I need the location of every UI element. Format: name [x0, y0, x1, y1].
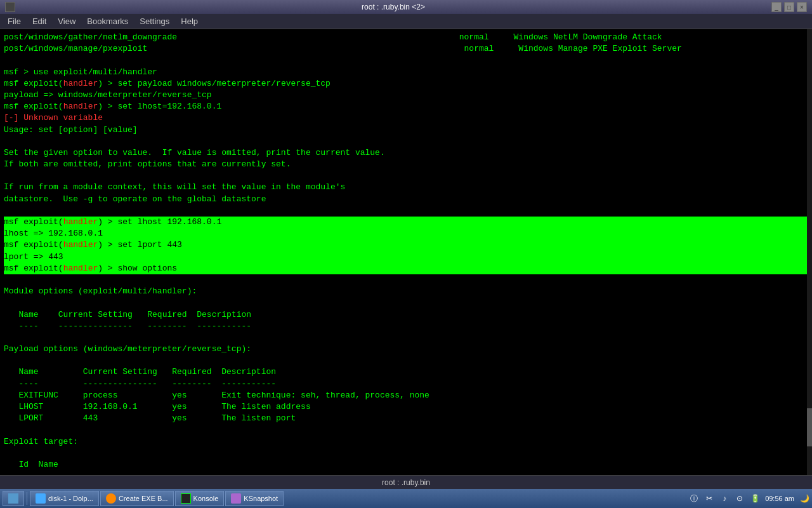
menubar: File Edit View Bookmarks Settings Help: [0, 14, 812, 29]
taskbar-separator: [27, 492, 27, 505]
terminal-app-icon: [5, 2, 15, 12]
statusbar: root : .ruby.bin: [0, 475, 812, 489]
tray-scissors-icon: ✂: [704, 493, 714, 504]
terminal-line: payload => windows/meterpreter/reverse_t…: [4, 90, 808, 101]
titlebar-left: [5, 2, 15, 12]
terminal-line-error: [-] Unknown variable: [4, 112, 808, 124]
tray-info-icon: ⓘ: [689, 493, 699, 504]
titlebar: root : .ruby.bin <2> _ □ ×: [0, 0, 812, 14]
tray-network-icon: ⊙: [735, 493, 745, 504]
terminal-line: EXITFUNC process yes Exit technique: seh…: [4, 390, 808, 401]
terminal-line: post/windows/manage/pxexploit normal Win…: [4, 43, 808, 55]
terminal-line: LHOST 192.168.0.1 yes The listen address: [4, 401, 808, 413]
menu-edit[interactable]: Edit: [27, 15, 51, 27]
taskbar-konsole-label: Konsole: [193, 495, 219, 502]
taskbar-firefox[interactable]: Create EXE B...: [100, 491, 174, 506]
statusbar-text: root : .ruby.bin: [382, 478, 430, 487]
terminal-line: Name Current Setting Required Descriptio…: [4, 366, 808, 378]
terminal-line-blank: [4, 274, 808, 286]
terminal-highlighted-line: msf exploit(handler) > show options: [4, 263, 808, 274]
terminal-line: ---- --------------- -------- ----------…: [4, 321, 808, 332]
terminal-line: Exploit target:: [4, 436, 808, 448]
terminal-line: ---- --------------- -------- ----------…: [4, 378, 808, 390]
system-tray: ⓘ ✂ ♪ ⊙ 🔋 09:56 am 🌙: [689, 493, 809, 504]
firefox-icon: [106, 493, 116, 504]
terminal-line: Usage: set [option] [value]: [4, 124, 808, 136]
menu-settings[interactable]: Settings: [134, 15, 174, 27]
terminal-line-blank: [4, 424, 808, 436]
dolphin-icon: [36, 493, 46, 504]
taskbar: disk-1 - Dolp... Create EXE B... Konsole…: [0, 489, 812, 508]
tray-volume-icon: ♪: [719, 493, 730, 504]
konsole-icon: [181, 493, 191, 504]
terminal-line-blank: [4, 332, 808, 344]
menu-help[interactable]: Help: [176, 15, 203, 27]
taskbar-ksnapshot-label: KSnapshot: [244, 495, 278, 502]
tray-battery-icon: 🔋: [750, 493, 760, 504]
terminal[interactable]: post/windows/gather/netlm_downgrade norm…: [0, 29, 812, 475]
terminal-line-blank: [4, 205, 808, 217]
menu-file[interactable]: File: [3, 15, 26, 27]
terminal-highlighted-line: msf exploit(handler) > set lhost 192.168…: [4, 217, 808, 228]
terminal-line: Set the given option to value. If value …: [4, 147, 808, 159]
taskbar-ksnapshot[interactable]: KSnapshot: [225, 491, 284, 506]
desktop-icon: [8, 493, 18, 504]
titlebar-controls[interactable]: _ □ ×: [771, 2, 807, 12]
terminal-line-blank: [4, 55, 808, 66]
taskbar-dolphin-label: disk-1 - Dolp...: [48, 495, 93, 502]
menu-view[interactable]: View: [53, 15, 81, 27]
ksnapshot-icon: [231, 493, 241, 504]
scrollbar[interactable]: [807, 29, 812, 475]
close-button[interactable]: ×: [797, 2, 807, 12]
terminal-line-blank: [4, 136, 808, 147]
maximize-button[interactable]: □: [784, 2, 794, 12]
terminal-line: Name Current Setting Required Descriptio…: [4, 309, 808, 321]
terminal-line-blank: [4, 170, 808, 182]
terminal-line: If both are omitted, print options that …: [4, 159, 808, 170]
terminal-line: LPORT 443 yes The listen port: [4, 413, 808, 424]
terminal-line: If run from a module context, this will …: [4, 182, 808, 193]
terminal-line: Payload options (windows/meterpreter/rev…: [4, 344, 808, 355]
terminal-line-blank: [4, 355, 808, 366]
terminal-line: msf exploit(handler) > set lhost=192.168…: [4, 101, 808, 112]
titlebar-title: root : .ruby.bin <2>: [15, 3, 771, 11]
taskbar-show-desktop[interactable]: [3, 491, 24, 506]
tray-moon-icon: 🌙: [799, 493, 809, 504]
taskbar-firefox-label: Create EXE B...: [119, 495, 168, 502]
terminal-line: post/windows/gather/netlm_downgrade norm…: [4, 32, 808, 43]
menu-bookmarks[interactable]: Bookmarks: [82, 15, 133, 27]
taskbar-clock: 09:56 am: [765, 495, 794, 502]
minimize-button[interactable]: _: [771, 2, 782, 12]
terminal-line-blank: [4, 448, 808, 459]
terminal-highlighted-line: lhost => 192.168.0.1: [4, 228, 808, 239]
scrollbar-thumb[interactable]: [807, 408, 812, 446]
terminal-highlighted-line: msf exploit(handler) > set lport 443: [4, 239, 808, 251]
terminal-line-blank: [4, 297, 808, 309]
terminal-line: datastore. Use -g to operate on the glob…: [4, 194, 808, 205]
terminal-line: -- ----: [4, 471, 808, 475]
terminal-line: msf > use exploit/multi/handler: [4, 67, 808, 78]
taskbar-konsole[interactable]: Konsole: [175, 491, 225, 506]
terminal-line: Id Name: [4, 459, 808, 471]
terminal-line: msf exploit(handler) > set payload windo…: [4, 78, 808, 90]
taskbar-dolphin[interactable]: disk-1 - Dolp...: [30, 491, 99, 506]
terminal-line: Module options (exploit/multi/handler):: [4, 286, 808, 297]
terminal-highlighted-line: lport => 443: [4, 251, 808, 263]
